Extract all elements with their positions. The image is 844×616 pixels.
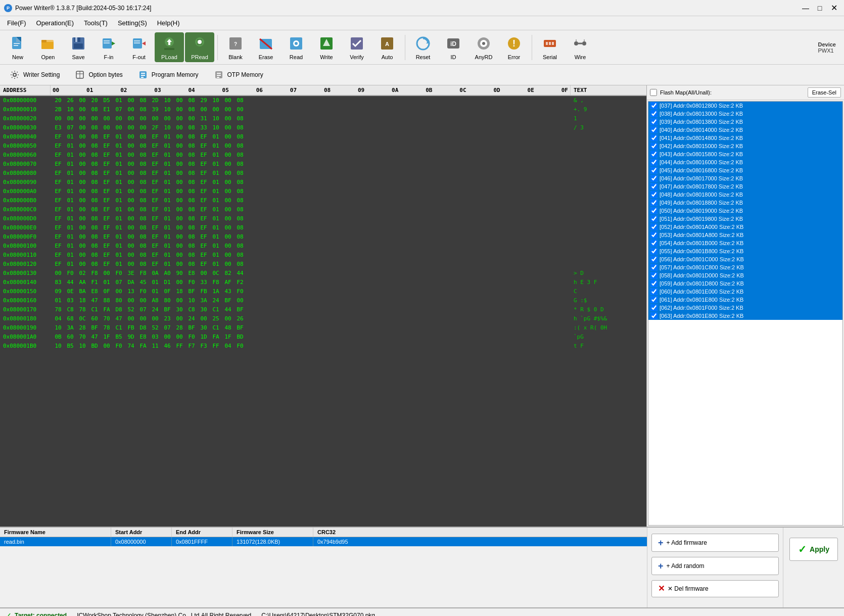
hex-row[interactable]: 0x08000110EF010008EF010008EF010008EF0100… xyxy=(0,251,646,260)
flash-item[interactable]: [054] Addr:0x0801B000 Size:2 KB xyxy=(648,239,842,247)
flash-item[interactable]: [041] Addr:0x08014800 Size:2 KB xyxy=(648,134,842,142)
flash-item-checkbox[interactable] xyxy=(650,183,658,190)
hex-row[interactable]: 0x080000B0EF010008EF010008EF010008EF0100… xyxy=(0,196,646,205)
hex-row[interactable]: 0x08000080EF010008EF010008EF010008EF0100… xyxy=(0,169,646,178)
flash-item-checkbox[interactable] xyxy=(650,280,658,287)
hex-row[interactable]: 0x08000090EF010008EF010008EF010008EF0100… xyxy=(0,178,646,187)
flash-item[interactable]: [046] Addr:0x08017000 Size:2 KB xyxy=(648,174,842,182)
flash-item-checkbox[interactable] xyxy=(650,143,658,150)
new-button[interactable]: New xyxy=(3,32,32,62)
flash-item[interactable]: [038] Addr:0x08013000 Size:2 KB xyxy=(648,110,842,118)
flash-map-all-checkbox[interactable] xyxy=(650,89,657,96)
auto-button[interactable]: A Auto xyxy=(372,32,402,62)
flash-item-checkbox[interactable] xyxy=(650,231,658,239)
flash-item[interactable]: [063] Addr:0x0801E800 Size:2 KB xyxy=(648,312,842,320)
hex-row[interactable]: 0x080000F0EF010008EF010008EF010008EF0100… xyxy=(0,232,646,242)
flash-item[interactable]: [050] Addr:0x08019000 Size:2 KB xyxy=(648,207,842,215)
flash-item[interactable]: [060] Addr:0x0801E000 Size:2 KB xyxy=(648,288,842,296)
close-button[interactable]: ✕ xyxy=(828,2,840,14)
maximize-button[interactable]: □ xyxy=(814,2,826,14)
flash-item-checkbox[interactable] xyxy=(650,215,658,222)
id-button[interactable]: iD ID xyxy=(439,32,468,62)
flash-item[interactable]: [053] Addr:0x0801A800 Size:2 KB xyxy=(648,231,842,239)
hex-row[interactable]: 0x080001600103184788800000A88000103A24BF… xyxy=(0,296,646,305)
flash-item[interactable]: [059] Addr:0x0801D800 Size:2 KB xyxy=(648,279,842,288)
flash-map-list[interactable]: [037] Addr:0x08012800 Size:2 KB[038] Add… xyxy=(648,101,843,526)
erase-button[interactable]: Erase xyxy=(251,32,280,62)
erase-sel-button[interactable]: Erase-Sel xyxy=(808,87,841,98)
flash-item-checkbox[interactable] xyxy=(650,199,658,206)
firmware-table-body[interactable]: read.bin 0x08000000 0x0801FFFF 131072(12… xyxy=(0,537,647,607)
hex-row[interactable]: 0x08000050EF010008EF010008EF010008EF0100… xyxy=(0,141,646,151)
flash-item[interactable]: [037] Addr:0x08012800 Size:2 KB xyxy=(648,102,842,110)
flash-item-checkbox[interactable] xyxy=(650,159,658,166)
flash-item-checkbox[interactable] xyxy=(650,191,658,198)
flash-item[interactable]: [055] Addr:0x0801B800 Size:2 KB xyxy=(648,247,842,255)
hex-row[interactable]: 0x080001408344AAF10107DA4501D100F033F8AF… xyxy=(0,278,646,287)
hex-row[interactable]: 0x080000A0EF010008EF010008EF010008EF0100… xyxy=(0,187,646,196)
flash-item-checkbox[interactable] xyxy=(650,102,658,109)
flash-item[interactable]: [058] Addr:0x0801D000 Size:2 KB xyxy=(648,271,842,279)
flash-item-checkbox[interactable] xyxy=(650,167,658,174)
flash-item[interactable]: [061] Addr:0x0801E800 Size:2 KB xyxy=(648,296,842,304)
flash-item-checkbox[interactable] xyxy=(650,272,658,279)
firmware-row[interactable]: read.bin 0x08000000 0x0801FFFF 131072(12… xyxy=(0,537,647,546)
menu-operation[interactable]: Operation(E) xyxy=(31,17,79,29)
menu-tools[interactable]: Tools(T) xyxy=(79,17,113,29)
hex-row[interactable]: 0x080001B010B510BD00F074FA1146FFF7F3FF04… xyxy=(0,342,646,351)
program-memory-button[interactable]: Program Memory xyxy=(131,66,204,83)
flash-item-checkbox[interactable] xyxy=(650,207,658,214)
apply-button[interactable]: ✓ Apply xyxy=(789,538,838,561)
menu-file[interactable]: File(F) xyxy=(2,17,31,29)
hex-row[interactable]: 0x0800017078C878C1FAD8520724BF30C830C144… xyxy=(0,305,646,314)
verify-button[interactable]: Verify xyxy=(342,32,371,62)
hex-row[interactable]: 0x0800018004680C607047000000230024002500… xyxy=(0,314,646,323)
hex-row[interactable]: 0x08000040EF010008EF010008EF010008EF0100… xyxy=(0,132,646,141)
wire-button[interactable]: Wire xyxy=(566,32,595,62)
hex-row[interactable]: 0x0800000020260020D50100082D100008291000… xyxy=(0,96,646,105)
serial-button[interactable]: Serial xyxy=(535,32,565,62)
flash-item[interactable]: [040] Addr:0x08014000 Size:2 KB xyxy=(648,126,842,134)
otp-memory-button[interactable]: OTP Memory xyxy=(207,66,269,83)
hex-row[interactable]: 0x08000070EF010008EF010008EF010008EF0100… xyxy=(0,160,646,169)
fout-button[interactable]: F-out xyxy=(124,32,154,62)
anyrd-button[interactable]: AnyRD xyxy=(469,32,498,62)
flash-item[interactable]: [052] Addr:0x0801A000 Size:2 KB xyxy=(648,223,842,231)
flash-item-checkbox[interactable] xyxy=(650,118,658,125)
flash-item[interactable]: [045] Addr:0x08016800 Size:2 KB xyxy=(648,166,842,174)
flash-item[interactable]: [043] Addr:0x08015800 Size:2 KB xyxy=(648,150,842,158)
flash-item-checkbox[interactable] xyxy=(650,151,658,158)
flash-item-checkbox[interactable] xyxy=(650,110,658,117)
hex-data-area[interactable]: 0x0800000020260020D50100082D100008291000… xyxy=(0,96,646,527)
hex-row[interactable]: 0x080000102B100008E107000839100008000000… xyxy=(0,105,646,114)
hex-row[interactable]: 0x08000060EF010008EF010008EF010008EF0100… xyxy=(0,151,646,160)
flash-item[interactable]: [042] Addr:0x08015000 Size:2 KB xyxy=(648,142,842,150)
add-firmware-button[interactable]: + + Add firmware xyxy=(651,534,779,552)
flash-item-checkbox[interactable] xyxy=(650,264,658,271)
blank-button[interactable]: ? Blank xyxy=(221,32,250,62)
hex-row[interactable]: 0x080001A00B6070471FB59DE8030000F01DFA1F… xyxy=(0,333,646,342)
open-button[interactable]: Open xyxy=(33,32,63,62)
hex-row[interactable]: 0x080000C0EF010008EF010008EF010008EF0100… xyxy=(0,205,646,214)
hex-row[interactable]: 0x08000120EF010008EF010008EF010008EF0100… xyxy=(0,260,646,269)
option-bytes-button[interactable]: Option bytes xyxy=(68,66,128,83)
flash-item-checkbox[interactable] xyxy=(650,256,658,263)
write-button[interactable]: Write xyxy=(312,32,341,62)
reset-button[interactable]: Reset xyxy=(408,32,438,62)
flash-item-checkbox[interactable] xyxy=(650,126,658,133)
menu-setting[interactable]: Setting(S) xyxy=(113,17,152,29)
flash-item-checkbox[interactable] xyxy=(650,223,658,230)
flash-item[interactable]: [044] Addr:0x08016000 Size:2 KB xyxy=(648,158,842,166)
flash-item[interactable]: [062] Addr:0x0801F000 Size:2 KB xyxy=(648,304,842,312)
error-button[interactable]: ! Error xyxy=(499,32,529,62)
flash-item[interactable]: [056] Addr:0x0801C000 Size:2 KB xyxy=(648,255,842,263)
hex-row[interactable]: 0x08000020000000000000000000000000311000… xyxy=(0,114,646,123)
flash-item-checkbox[interactable] xyxy=(650,175,658,182)
flash-item[interactable]: [049] Addr:0x08018800 Size:2 KB xyxy=(648,199,842,207)
flash-item-checkbox[interactable] xyxy=(650,248,658,255)
read-button[interactable]: Read xyxy=(282,32,311,62)
hex-row[interactable]: 0x080000E0EF010008EF010008EF010008EF0100… xyxy=(0,223,646,232)
flash-item[interactable]: [047] Addr:0x08017800 Size:2 KB xyxy=(648,182,842,191)
title-bar-controls[interactable]: — □ ✕ xyxy=(800,2,840,14)
flash-item-checkbox[interactable] xyxy=(650,134,658,141)
